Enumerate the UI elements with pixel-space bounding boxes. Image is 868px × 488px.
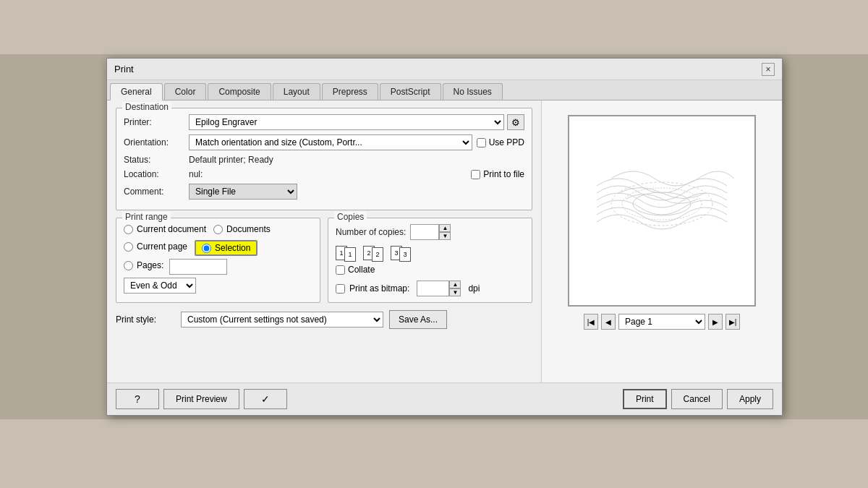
location-row: Location: nul: Print to file [124,169,524,179]
documents-row: Documents [213,224,271,234]
svg-rect-0 [575,121,749,301]
printer-label: Printer: [124,117,189,127]
num-copies-label: Number of copies: [336,227,406,237]
single-file-select[interactable]: Single File [189,184,297,200]
printer-settings-button[interactable]: ⚙ [507,114,524,130]
background-top [0,0,868,54]
status-label: Status: [124,155,189,165]
selection-radio[interactable] [202,244,211,253]
cancel-button[interactable]: Cancel [671,389,723,409]
print-style-row: Print style: Custom (Current settings no… [116,310,532,329]
next-page-button[interactable]: ▶ [708,314,723,330]
print-dialog: Print × General Color Composite Layout P… [106,58,783,416]
close-button[interactable]: × [762,63,775,76]
dpi-input[interactable]: 300 [417,281,449,296]
collate-page-1b: 1 [344,247,356,262]
collate-page-3b: 3 [399,247,411,262]
print-range-label: Print range [122,212,171,222]
print-to-file-checkbox[interactable] [471,170,480,179]
orientation-label: Orientation: [124,137,189,147]
collate-checkbox[interactable] [336,265,345,275]
comment-row: Comment: Single File [124,184,524,200]
current-document-radio[interactable] [124,225,133,234]
documents-radio[interactable] [213,225,223,234]
right-panel: |◀ ◀ Page 1 ▶ ▶| [541,100,782,382]
copies-group: Copies Number of copies: 1 ▲ ▼ [328,218,532,303]
bitmap-row: Print as bitmap: 300 ▲ ▼ dpi [336,281,524,296]
collate-icons: 1 1 2 2 3 3 [336,244,524,262]
dpi-increment[interactable]: ▲ [449,281,461,288]
location-label: Location: [124,169,189,179]
print-button[interactable]: Print [623,389,667,409]
tab-noissues[interactable]: No Issues [443,83,503,100]
pages-row: Pages: 1 [124,259,312,275]
tab-postscript[interactable]: PostScript [380,83,441,100]
apply-button[interactable]: Apply [727,389,773,409]
pages-radio-row: Pages: [124,260,163,270]
num-copies-row: Number of copies: 1 ▲ ▼ [336,224,524,240]
dpi-spinner: ▲ ▼ [449,281,461,296]
printer-select[interactable]: Epilog Engraver [189,114,504,130]
tab-color[interactable]: Color [164,83,207,100]
print-style-select[interactable]: Custom (Current settings not saved) [181,312,383,328]
orientation-row: Orientation: Match orientation and size … [124,134,524,150]
background-bottom [0,419,868,488]
copies-label: Copies [334,212,367,222]
destination-label: Destination [122,102,171,112]
collate-row: Collate [336,265,524,275]
copies-spinner-buttons: ▲ ▼ [439,224,451,240]
print-range-group: Print range Current document Documents [116,218,320,303]
dialog-footer: ? Print Preview ✓ Print Cancel Apply [107,382,782,415]
prev-page-button[interactable]: ◀ [601,314,616,330]
copies-input[interactable]: 1 [410,224,439,240]
location-value: nul: [189,169,203,179]
orientation-select[interactable]: Match orientation and size (Custom, Port… [189,134,472,150]
dialog-title: Print [114,64,134,74]
comment-label: Comment: [124,187,189,197]
tab-layout[interactable]: Layout [273,83,320,100]
last-page-button[interactable]: ▶| [726,314,740,330]
status-row: Status: Default printer; Ready [124,155,524,165]
dpi-decrement[interactable]: ▼ [449,288,461,296]
copies-spinner: 1 ▲ ▼ [410,224,451,240]
current-page-radio[interactable] [124,242,133,252]
print-preview-button[interactable]: Print Preview [163,389,239,409]
page-select[interactable]: Page 1 [618,314,705,330]
range-copies-section: Print range Current document Documents [116,218,532,310]
copies-increment[interactable]: ▲ [439,224,451,232]
status-value: Default printer; Ready [189,155,273,165]
copies-decrement[interactable]: ▼ [439,232,451,240]
collate-page-2b: 2 [372,247,383,262]
current-page-row: Current page [124,240,187,253]
first-page-button[interactable]: |◀ [584,314,598,330]
dialog-titlebar: Print × [107,59,782,80]
page-navigation: |◀ ◀ Page 1 ▶ ▶| [584,314,740,330]
tab-prepress[interactable]: Prepress [322,83,378,100]
selection-highlight: Selection [195,240,258,256]
use-ppd-checkbox[interactable] [477,138,486,147]
print-style-label: Print style: [116,314,181,325]
print-to-file-row: Print to file [471,169,524,179]
printer-row: Printer: Epilog Engraver ⚙ [124,114,524,130]
tab-bar: General Color Composite Layout Prepress … [107,80,782,100]
even-odd-select[interactable]: Even & Odd [124,278,196,294]
help-button[interactable]: ? [116,389,159,409]
mark-button[interactable]: ✓ [244,389,287,409]
tab-general[interactable]: General [110,83,163,100]
left-panel: Destination Printer: Epilog Engraver ⚙ O… [107,100,541,382]
current-document-row: Current document [124,224,206,234]
save-as-button[interactable]: Save As... [389,310,447,329]
dpi-wrap: 300 ▲ ▼ [417,281,461,296]
bitmap-checkbox[interactable] [336,284,345,294]
preview-image [575,121,749,301]
pages-input[interactable]: 1 [169,259,227,275]
use-ppd-row: Use PPD [477,137,524,147]
pages-radio[interactable] [124,261,133,270]
destination-group: Destination Printer: Epilog Engraver ⚙ O… [116,108,532,210]
dialog-content: Destination Printer: Epilog Engraver ⚙ O… [107,100,782,382]
preview-box [568,115,756,307]
tab-composite[interactable]: Composite [208,83,271,100]
